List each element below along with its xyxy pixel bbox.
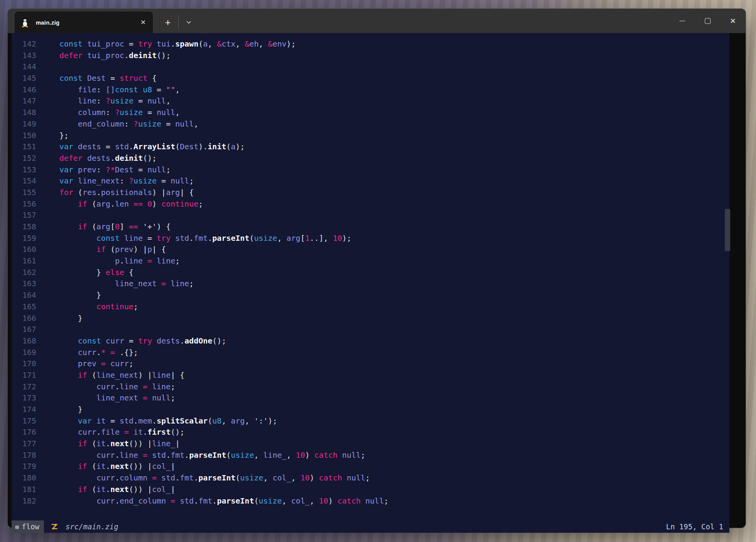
token-punctuation: = [134, 165, 147, 174]
token-punctuation [147, 473, 152, 482]
line-number: 182 [12, 495, 36, 507]
token-punctuation: . [97, 427, 101, 437]
code-line[interactable]: 166 } [12, 313, 729, 324]
token-identifier: line_next [97, 370, 138, 380]
code-line[interactable]: 157 [12, 210, 729, 221]
token-declaration: const [78, 336, 101, 345]
code-text: curr.column = std.fmt.parseInt(usize, co… [41, 472, 370, 484]
code-line[interactable]: 147 line: ?usize = null, [12, 95, 729, 107]
code-line[interactable]: 150 }; [12, 130, 729, 142]
code-line[interactable]: 152 defer dests.deinit(); [12, 153, 729, 164]
code-line[interactable]: 148 column: ?usize = null, [12, 107, 729, 118]
code-line[interactable]: 165 continue; [12, 301, 729, 313]
code-area[interactable]: 142 const tui_proc = try tui.spawn(a, &c… [12, 38, 729, 507]
line-number: 147 [12, 95, 36, 107]
code-line[interactable]: 175 var it = std.mem.splitScalar(u8, arg… [12, 415, 729, 427]
token-punctuation: ()) | [129, 485, 152, 494]
token-punctuation: | { [152, 245, 166, 254]
code-line[interactable]: 178 curr.line = std.fmt.parseInt(usize, … [12, 450, 729, 461]
code-text: if (it.next()) |col_| [41, 484, 175, 495]
token-punctuation: . [129, 142, 134, 151]
token-keyword: try [157, 233, 171, 243]
cursor-position-label[interactable]: Ln 195, Col 1 [666, 522, 723, 531]
token-keyword: = [101, 359, 106, 368]
token-number: 10 [319, 496, 328, 505]
code-line[interactable]: 163 line_next = line; [12, 278, 729, 290]
token-punctuation: ; [166, 165, 171, 174]
code-line[interactable]: 161 p.line = line; [12, 255, 729, 267]
token-punctuation: ( [226, 142, 231, 151]
code-line[interactable]: 146 file: []const u8 = "", [12, 84, 729, 96]
code-text: prev = curr; [41, 358, 134, 370]
line-number: 176 [12, 427, 36, 438]
code-line[interactable]: 169 curr.* = .{}; [12, 347, 729, 359]
code-line[interactable]: 177 if (it.next()) |line_| [12, 438, 729, 450]
tab-main-zig[interactable]: main.zig ✕ [15, 12, 153, 33]
code-line[interactable]: 168 const curr = try dests.addOne(); [12, 335, 729, 347]
token-punctuation [41, 462, 78, 471]
code-line[interactable]: 155 for (res.positionals) |arg| { [12, 187, 729, 198]
new-tab-button[interactable]: + [160, 14, 176, 30]
code-line[interactable]: 173 line_next = null; [12, 392, 729, 404]
code-line[interactable]: 160 if (prev) |p| { [12, 244, 729, 255]
token-identifier: it [97, 462, 106, 471]
token-punctuation: | [175, 439, 180, 448]
code-line[interactable]: 170 prev = curr; [12, 358, 729, 370]
code-line[interactable]: 145 const Dest = struct { [12, 73, 729, 84]
code-line[interactable]: 181 if (it.next()) |col_| [12, 484, 729, 495]
token-punctuation: . [97, 188, 101, 197]
code-line[interactable]: 174 } [12, 404, 729, 415]
code-line[interactable]: 151 var dests = std.ArrayList(Dest).init… [12, 141, 729, 153]
token-identifier: curr [78, 427, 96, 437]
token-punctuation: ; [171, 393, 175, 402]
token-punctuation [41, 51, 59, 60]
code-line[interactable]: 156 if (arg.len == 0) continue; [12, 198, 729, 210]
maximize-button[interactable] [695, 9, 720, 33]
token-punctuation: . [120, 256, 124, 265]
code-text: const tui_proc = try tui.spawn(a, &ctx, … [41, 38, 296, 50]
token-punctuation: } [41, 314, 82, 323]
scrollbar-thumb[interactable] [725, 209, 730, 251]
code-line[interactable]: 149 end_column: ?usize = null, [12, 118, 729, 130]
code-line[interactable]: 153 var prev: ?*Dest = null; [12, 164, 729, 176]
code-line[interactable]: 167 [12, 324, 729, 335]
token-punctuation: , [194, 119, 198, 128]
tab-dropdown-button[interactable] [181, 14, 196, 30]
tab-close-icon[interactable]: ✕ [140, 12, 146, 33]
code-line[interactable]: 171 if (line_next) |line| { [12, 370, 729, 381]
code-line[interactable]: 159 const line = try std.fmt.parseInt(us… [12, 233, 729, 244]
code-line[interactable]: 179 if (it.next()) |col_| [12, 461, 729, 472]
code-line[interactable]: 143 defer tui_proc.deinit(); [12, 50, 729, 62]
token-identifier: std [115, 142, 129, 151]
code-line[interactable]: 180 curr.column = std.fmt.parseInt(usize… [12, 472, 729, 484]
window-controls: ✕ [669, 9, 746, 33]
title-bar[interactable]: main.zig ✕ + ✕ [8, 9, 746, 33]
code-line[interactable]: 162 } else { [12, 267, 729, 279]
code-line[interactable]: 142 const tui_proc = try tui.spawn(a, &c… [12, 38, 729, 50]
token-punctuation: = [124, 336, 138, 345]
token-identifier: curr [97, 450, 115, 460]
code-line[interactable]: 182 curr.end_column = std.fmt.parseInt(u… [12, 495, 729, 507]
token-punctuation: . [166, 450, 171, 460]
token-punctuation [41, 108, 78, 117]
token-identifier: dests [78, 142, 101, 151]
token-punctuation: ; [189, 279, 194, 288]
token-punctuation [152, 336, 157, 345]
close-button[interactable]: ✕ [720, 9, 746, 33]
code-text: if (it.next()) |col_| [41, 461, 175, 472]
flow-mode-button[interactable]: ▤ flow [12, 520, 44, 533]
token-punctuation: ; [134, 302, 138, 311]
code-line[interactable]: 154 var line_next: ?usize = null; [12, 175, 729, 187]
token-punctuation [41, 222, 78, 231]
minimize-button[interactable] [669, 9, 695, 33]
token-keyword: defer [59, 153, 82, 163]
code-line[interactable]: 176 curr.file = it.first(); [12, 427, 729, 438]
code-line[interactable]: 158 if (arg[0] == '+') { [12, 221, 729, 233]
token-punctuation [147, 393, 152, 402]
code-line[interactable]: 172 curr.line = line; [12, 381, 729, 393]
code-line[interactable]: 144 [12, 61, 729, 73]
token-identifier: null [347, 473, 365, 482]
token-punctuation: ( [87, 370, 96, 380]
code-line[interactable]: 164 } [12, 290, 729, 301]
token-punctuation: , [175, 85, 180, 94]
